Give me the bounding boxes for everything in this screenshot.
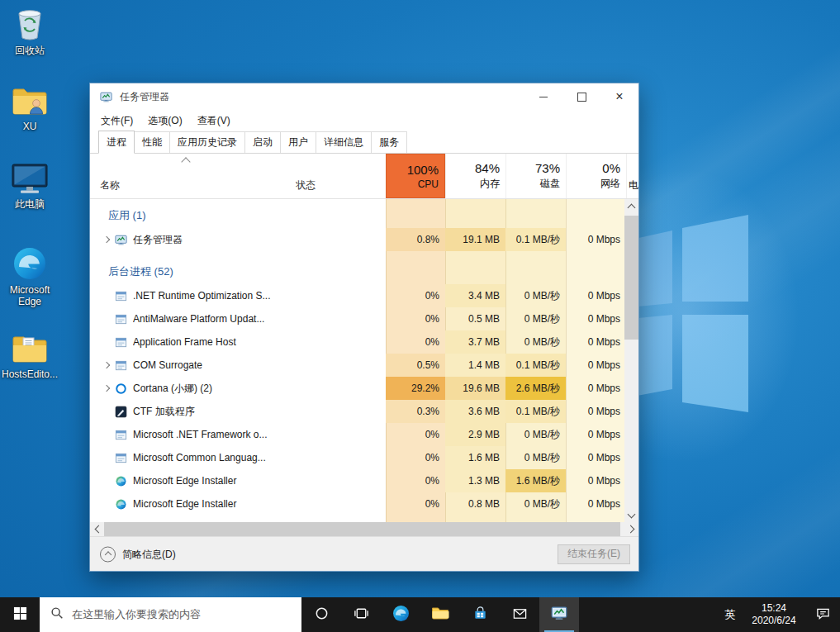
task-view-button[interactable] [341,597,381,632]
edge-installer-process-icon [115,492,133,516]
process-disk-cell: 0.1 MB/秒 [505,354,566,377]
scroll-down-arrow-icon[interactable] [624,508,638,522]
memory-column-label: 内存 [480,177,500,191]
process-list-area: 应用 (1)任务管理器0.8%19.1 MB0.1 MB/秒0 Mbps后台进程… [90,199,638,522]
process-row[interactable]: Microsoft Edge Installer0%0.8 MB0 MB/秒0 … [90,492,638,516]
mail-button[interactable] [500,597,539,632]
tab[interactable]: 应用历史记录 [169,131,245,153]
process-name: Microsoft Edge Installer [133,498,294,510]
disk-total-percent: 73% [535,161,560,175]
process-name: Cortana (小娜) (2) [133,382,294,396]
chevron-up-circle-icon [100,546,116,562]
process-net-cell: 0 Mbps [566,400,626,423]
clock[interactable]: 15:24 2020/6/24 [743,597,805,632]
cortana-process-icon [115,377,133,400]
vertical-scroll-thumb[interactable] [624,216,638,340]
chevron-placeholder [90,446,115,469]
details-toggle[interactable]: 简略信息(D) [100,546,176,562]
power-header[interactable]: 电 [626,154,638,198]
expand-chevron-icon[interactable] [90,377,115,400]
process-disk-cell: 1.6 MB/秒 [505,469,566,492]
process-row[interactable]: Microsoft Edge Installer0%1.3 MB1.6 MB/秒… [90,469,638,492]
process-row[interactable]: 任务管理器0.8%19.1 MB0.1 MB/秒0 Mbps [90,228,638,251]
vertical-scrollbar[interactable] [624,199,638,522]
desktop-icon-folder-docs[interactable]: HostsEdito... [2,329,57,380]
scroll-right-arrow-icon[interactable] [624,522,638,536]
end-task-button[interactable]: 结束任务(E) [558,544,630,564]
tab[interactable]: 性能 [134,131,170,153]
store-button[interactable] [460,597,500,632]
process-mem-cell [445,516,505,522]
process-mem-cell: 0.5 MB [445,307,505,330]
generic-process-icon [115,354,133,377]
process-row[interactable] [90,516,638,522]
name-column-header[interactable]: 名称 [100,178,120,192]
close-button[interactable]: × [600,83,638,110]
edge-button[interactable] [381,597,420,632]
horizontal-scroll-thumb[interactable] [104,522,620,536]
process-row[interactable]: CTF 加载程序0.3%3.6 MB0.1 MB/秒0 Mbps [90,400,638,423]
scroll-up-arrow-icon[interactable] [624,199,638,213]
scroll-left-arrow-icon[interactable] [90,522,104,536]
generic-process-icon [115,423,133,446]
tab-bar: 进程性能应用历史记录启动用户详细信息服务 [90,131,638,154]
process-group-header[interactable]: 应用 (1) [90,203,638,228]
process-disk-cell: 0.1 MB/秒 [505,400,566,423]
process-net-cell: 0 Mbps [566,446,626,469]
expand-chevron-icon[interactable] [90,354,115,377]
tab[interactable]: 进程 [98,131,135,154]
maximize-button[interactable] [562,83,600,110]
network-header[interactable]: 0% 网络 [566,154,626,198]
tab[interactable]: 服务 [371,131,407,153]
clock-time: 15:24 [762,602,786,615]
menu-item[interactable]: 文件(F) [93,114,140,128]
taskbar: 在这里输入你要搜索的内容 英 15:24 2020/6/24 [0,597,840,632]
taskmgr-footer: 简略信息(D) 结束任务(E) [90,536,638,571]
store-icon [472,606,488,625]
process-row[interactable]: Cortana (小娜) (2)29.2%19.6 MB2.6 MB/秒0 Mb… [90,377,638,400]
expand-chevron-icon[interactable] [90,228,115,251]
disk-header[interactable]: 73% 磁盘 [505,154,566,198]
power-column-label: 电 [629,178,638,192]
tab[interactable]: 用户 [280,131,316,153]
this-pc-icon [11,159,49,195]
cortana-icon [314,606,330,625]
process-mem-cell: 1.4 MB [445,354,505,377]
status-column-header[interactable]: 状态 [296,178,316,192]
process-row[interactable]: Application Frame Host0%3.7 MB0 MB/秒0 Mb… [90,330,638,354]
tab[interactable]: 详细信息 [316,131,372,153]
desktop-icon-user-folder[interactable]: XU [2,81,57,132]
start-button[interactable] [0,597,40,632]
process-disk-cell: 0 MB/秒 [505,307,566,330]
horizontal-scrollbar[interactable] [90,522,638,536]
menu-item[interactable]: 选项(O) [140,114,189,128]
memory-header[interactable]: 84% 内存 [445,154,505,198]
close-icon: × [615,90,623,103]
action-center-button[interactable] [805,597,840,632]
minimize-button[interactable] [524,83,562,110]
language-indicator[interactable]: 英 [718,597,743,632]
process-row[interactable]: Microsoft Common Languag...0%1.6 MB0 MB/… [90,446,638,469]
process-cpu-cell: 0% [386,330,445,354]
tab[interactable]: 启动 [244,131,281,153]
menu-item[interactable]: 查看(V) [190,114,238,128]
chevron-placeholder [90,284,115,307]
task-manager-taskbar-icon [551,605,567,625]
process-row[interactable]: COM Surrogate0.5%1.4 MB0.1 MB/秒0 Mbps [90,354,638,377]
process-group-header[interactable]: 后台进程 (52) [90,259,638,284]
process-name: Microsoft .NET Framework o... [133,429,294,440]
desktop-icon-edge[interactable]: Microsoft Edge [2,245,57,307]
cortana-button[interactable] [301,597,341,632]
desktop-icon-recycle-bin[interactable]: 回收站 [2,5,57,56]
process-row[interactable]: .NET Runtime Optimization S...0%3.4 MB0 … [90,284,638,307]
file-explorer-button[interactable] [420,597,460,632]
process-row[interactable]: AntiMalware Platform Updat...0%0.5 MB0 M… [90,307,638,330]
column-header-row: 名称 状态 100% CPU 84% 内存 73% 磁盘 0% 网络 电 [90,154,638,199]
process-row[interactable]: Microsoft .NET Framework o...0%2.9 MB0 M… [90,423,638,446]
sort-ascending-icon [181,157,190,166]
mail-icon [512,606,528,625]
desktop-icon-this-pc[interactable]: 此电脑 [2,159,57,210]
task-manager-button[interactable] [539,597,579,632]
taskbar-search[interactable]: 在这里输入你要搜索的内容 [40,597,301,632]
cpu-header[interactable]: 100% CPU [386,154,445,198]
